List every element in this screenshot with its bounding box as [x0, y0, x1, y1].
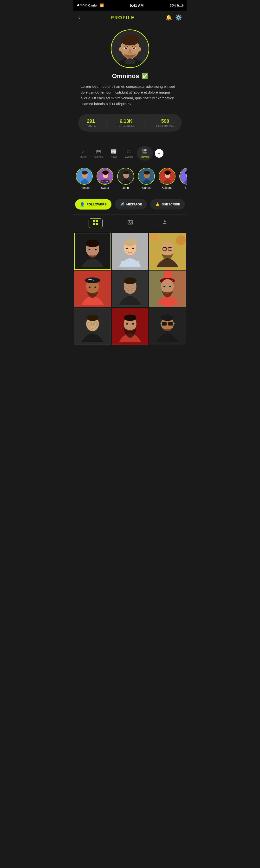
- status-right: 20%: [170, 4, 183, 7]
- svg-rect-34: [96, 220, 98, 222]
- svg-point-29: [164, 170, 171, 175]
- stat-followers[interactable]: 6,13K FOLLOWERS: [117, 118, 136, 127]
- photo-cell-7[interactable]: [74, 308, 111, 345]
- story-name-kalpana: Kalpana: [162, 186, 172, 189]
- svg-rect-36: [96, 223, 98, 225]
- dot-4: [85, 4, 87, 6]
- username-row: Omninos ✅: [112, 72, 148, 80]
- photo-cell-2[interactable]: [112, 233, 149, 270]
- story-item-john[interactable]: John: [117, 168, 134, 189]
- photo-cell-8[interactable]: [112, 308, 149, 345]
- svg-point-43: [88, 249, 90, 250]
- svg-point-26: [144, 171, 150, 175]
- stat-posts[interactable]: 291 POSTS: [86, 118, 96, 127]
- svg-point-14: [138, 47, 141, 51]
- story-name-sw: Sw...: [185, 186, 187, 189]
- svg-rect-37: [128, 220, 133, 224]
- followers-label: FOLLOWERS: [117, 124, 136, 127]
- dot-2: [80, 4, 82, 6]
- settings-gear-icon[interactable]: ⚙️: [175, 14, 182, 21]
- photo-cell-6[interactable]: Cardinals: [149, 271, 186, 307]
- tab-news-label: News: [111, 155, 117, 158]
- username-label: Omninos: [112, 72, 139, 80]
- header-icons: 🔔 ⚙️: [165, 14, 182, 21]
- tab-events[interactable]: 🏷 Events: [121, 146, 137, 161]
- photo-cell-9[interactable]: [149, 308, 186, 345]
- svg-point-52: [176, 235, 186, 245]
- svg-point-88: [126, 323, 128, 324]
- story-name-john: John: [122, 186, 129, 189]
- stat-following[interactable]: 590 FOLLOWING: [156, 118, 174, 127]
- view-tab-images[interactable]: [123, 218, 137, 228]
- tab-music[interactable]: ♪ Music: [76, 146, 90, 161]
- svg-point-42: [86, 240, 99, 247]
- photo-cell-5[interactable]: [112, 271, 149, 307]
- story-avatar-john: [117, 168, 134, 185]
- story-item-kalpana[interactable]: Kalpana: [159, 168, 176, 189]
- stories-row: Thomas LIVE Sweta: [76, 168, 184, 192]
- story-item-thomas[interactable]: Thomas: [76, 168, 93, 189]
- svg-point-87: [124, 315, 137, 321]
- tab-movies[interactable]: 🎬 Movies: [137, 146, 153, 161]
- svg-rect-35: [93, 223, 95, 225]
- story-avatar-kalpana: [159, 168, 176, 185]
- photo-cell-3[interactable]: [149, 233, 186, 270]
- tab-news[interactable]: 📰 News: [107, 146, 121, 161]
- photo-grid: Cardinals: [73, 232, 187, 345]
- story-avatar-sw: [179, 168, 187, 185]
- svg-point-49: [132, 248, 134, 249]
- following-label: FOLLOWING: [156, 124, 174, 127]
- carrier-label: Carrier: [88, 4, 98, 7]
- story-item-carlos[interactable]: Carlos: [138, 168, 155, 189]
- message-icon: ✈️: [120, 202, 124, 207]
- avatar[interactable]: [111, 29, 149, 68]
- tab-music-label: Music: [80, 155, 87, 158]
- svg-point-39: [164, 220, 165, 222]
- battery-bar: [178, 4, 183, 7]
- story-item-sw[interactable]: Sw...: [179, 168, 187, 189]
- svg-point-48: [126, 248, 128, 249]
- live-dot: [102, 181, 103, 182]
- svg-point-84: [86, 315, 99, 321]
- battery-icon: [178, 4, 183, 7]
- following-count: 590: [156, 118, 174, 124]
- dot-1: [77, 4, 79, 6]
- view-tabs: [73, 214, 187, 232]
- svg-rect-93: [168, 322, 173, 326]
- live-badge: LIVE: [100, 180, 110, 183]
- posts-label: POSTS: [86, 124, 96, 127]
- profile-section: Omninos ✅ Lorem ipsum dolor sit amet, co…: [73, 25, 187, 139]
- tabs-arrow-button[interactable]: →: [155, 149, 163, 158]
- story-name-sweta: Sweta: [101, 186, 109, 189]
- view-tab-grid[interactable]: [88, 218, 103, 228]
- verified-badge-icon: ✅: [142, 73, 148, 79]
- notification-bell-icon[interactable]: 🔔: [165, 14, 172, 21]
- actions-section: 👤 FOLLOWERS ✈️ MESSAGE 👍 SUBSCRIBE: [73, 194, 187, 214]
- photo-cell-1[interactable]: [74, 233, 111, 270]
- posts-count: 291: [86, 118, 96, 124]
- battery-percent: 20%: [170, 4, 176, 7]
- svg-point-63: [95, 286, 96, 288]
- movies-icon: 🎬: [142, 149, 148, 154]
- category-tabs-section: ♪ Music 🎮 Games 📰 News 🏷 Events 🎬 Movies…: [73, 139, 187, 163]
- stats-row: 291 POSTS 6,13K FOLLOWERS 590 FOLLOWING: [78, 114, 182, 132]
- photo-cell-4[interactable]: [74, 271, 111, 307]
- stat-divider-2: [146, 118, 146, 127]
- back-button[interactable]: ‹: [78, 14, 80, 21]
- story-avatar-carlos: [138, 168, 155, 185]
- message-button[interactable]: ✈️ MESSAGE: [115, 199, 147, 210]
- page-title: PROFILE: [111, 15, 135, 21]
- svg-point-23: [123, 171, 129, 174]
- followers-button[interactable]: 👤 FOLLOWERS: [75, 199, 111, 210]
- status-bar: Carrier 📶 9:41 AM 20%: [73, 0, 187, 10]
- svg-point-89: [132, 323, 134, 324]
- subscribe-button[interactable]: 👍 SUBSCRIBE: [150, 199, 185, 210]
- svg-point-97: [161, 315, 174, 321]
- tab-games[interactable]: 🎮 Games: [90, 146, 107, 161]
- tab-movies-label: Movies: [141, 155, 149, 158]
- followers-button-label: FOLLOWERS: [87, 203, 107, 206]
- games-icon: 🎮: [96, 149, 102, 154]
- view-tab-person[interactable]: [158, 218, 172, 228]
- story-item-sweta[interactable]: LIVE Sweta: [97, 168, 113, 189]
- wifi-icon: 📶: [100, 3, 104, 7]
